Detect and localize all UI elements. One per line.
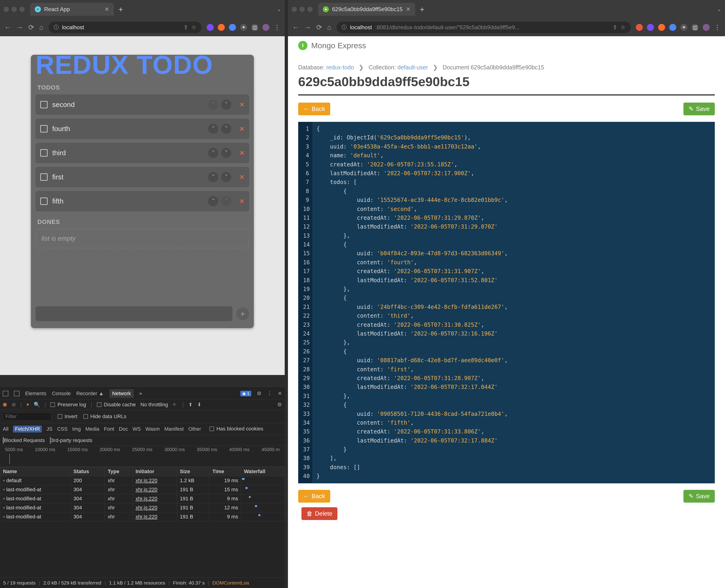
move-up-button[interactable]: ˄ <box>208 172 218 182</box>
move-up-button[interactable]: ˄ <box>208 100 218 110</box>
delete-todo-button[interactable]: ✕ <box>239 173 244 181</box>
col-status[interactable]: Status <box>71 467 105 476</box>
ext-icon-b[interactable] <box>647 24 654 31</box>
initiator-link[interactable]: xhr.js:220 <box>133 485 177 494</box>
traffic-min[interactable] <box>12 7 17 12</box>
filter-manifest[interactable]: Manifest <box>164 426 184 432</box>
inspect-icon[interactable] <box>3 391 8 396</box>
ext-icon-c[interactable] <box>658 24 665 31</box>
initiator-link[interactable]: xhr.js:220 <box>133 494 177 503</box>
filter-wasm[interactable]: Wasm <box>145 426 160 432</box>
filter-other[interactable]: Other <box>188 426 201 432</box>
nav-reload-icon[interactable]: ⟳ <box>28 23 34 31</box>
close-tab-icon[interactable]: ✕ <box>406 6 410 13</box>
star-icon[interactable]: ☆ <box>621 24 626 30</box>
profile-avatar[interactable] <box>703 24 710 31</box>
filter-css[interactable]: CSS <box>57 426 67 432</box>
network-settings-icon[interactable]: ⚙ <box>277 402 282 408</box>
move-down-button[interactable]: ˅ <box>221 172 231 182</box>
move-down-button[interactable]: ˅ <box>221 124 231 134</box>
menu-kebab-icon[interactable]: ⋮ <box>274 23 281 31</box>
col-waterfall[interactable]: Waterfall <box>241 467 285 476</box>
nav-fwd-icon[interactable]: → <box>304 23 311 31</box>
filter-toggle-icon[interactable]: ▾ <box>26 402 29 408</box>
nav-back-icon[interactable]: ← <box>292 23 299 31</box>
devtools-close-icon[interactable]: ✕ <box>278 391 282 397</box>
panel-icon[interactable]: ▥ <box>251 24 258 31</box>
panel-icon[interactable]: ▥ <box>691 24 699 31</box>
nav-home-icon[interactable]: ⌂ <box>327 23 331 31</box>
col-name[interactable]: Name <box>0 467 71 476</box>
disable-cache-checkbox[interactable] <box>97 402 101 407</box>
delete-button[interactable]: 🗑 Delete <box>301 507 338 520</box>
network-row[interactable]: ▫ last-modified-at304xhrxhr.js:220191 B1… <box>0 503 285 512</box>
delete-todo-button[interactable]: ✕ <box>239 149 244 157</box>
move-up-button[interactable]: ˄ <box>208 196 218 206</box>
filter-font[interactable]: Font <box>104 426 114 432</box>
site-info-icon[interactable]: ⓘ <box>342 24 347 31</box>
delete-todo-button[interactable]: ✕ <box>239 125 244 133</box>
network-row[interactable]: ▫ default200xhrxhr.js:2201.2 kB19 ms <box>0 476 285 485</box>
star-icon[interactable]: ☆ <box>192 24 197 30</box>
profile-avatar[interactable] <box>262 24 269 31</box>
traffic-max[interactable] <box>20 7 25 12</box>
todo-checkbox[interactable] <box>40 197 47 205</box>
search-icon[interactable]: 🔍 <box>34 402 40 408</box>
browser-tab-right[interactable]: ● 629c5a0bb9dda9ff5e90bc15 ✕ <box>318 3 415 16</box>
invert-checkbox[interactable] <box>58 414 62 419</box>
new-tab-button[interactable]: + <box>420 5 424 14</box>
close-tab-icon[interactable]: ✕ <box>104 6 109 13</box>
delete-todo-button[interactable]: ✕ <box>239 101 244 109</box>
col-initiator[interactable]: Initiator <box>133 467 177 476</box>
nav-reload-icon[interactable]: ⟳ <box>316 23 322 31</box>
ext-icon-a[interactable] <box>636 24 643 31</box>
devtools-more-icon[interactable]: ⋮ <box>267 391 272 397</box>
network-filter-input[interactable] <box>3 412 52 421</box>
tab-network[interactable]: Network <box>109 389 134 398</box>
clear-icon[interactable]: ⊘ <box>12 402 16 408</box>
filter-media[interactable]: Media <box>85 426 99 432</box>
tabs-more-icon[interactable]: » <box>139 391 142 397</box>
tabs-overflow-icon[interactable]: ⌄ <box>717 6 721 12</box>
devtools-settings-icon[interactable]: ⚙ <box>257 391 261 397</box>
col-time[interactable]: Time <box>209 467 241 476</box>
puzzle-icon[interactable]: ✦ <box>240 24 247 31</box>
share-icon[interactable]: ⇪ <box>612 24 617 30</box>
breadcrumb-col[interactable]: default-user <box>397 64 428 70</box>
network-timeline[interactable]: 5000 ms10000 ms15000 ms20000 ms25000 ms3… <box>0 446 285 467</box>
site-info-icon[interactable]: ⓘ <box>54 24 59 31</box>
move-up-button[interactable]: ˄ <box>208 124 218 134</box>
filter-all[interactable]: All <box>3 426 8 432</box>
ext-icon-3[interactable] <box>229 24 236 31</box>
ext-icon-2[interactable] <box>218 24 225 31</box>
tab-recorder[interactable]: Recorder ▲ <box>76 391 104 397</box>
back-button-bottom[interactable]: ← Back <box>298 490 330 503</box>
json-editor[interactable]: 1 2 3 4 5 6 7 8 9 10 11 12 13 14 15 16 1… <box>298 122 715 483</box>
move-up-button[interactable]: ˄ <box>208 148 218 158</box>
code-content[interactable]: { _id: ObjectId('629c5a0bb9dda9ff5e90bc1… <box>313 122 714 483</box>
hide-dataurls-checkbox[interactable] <box>83 414 88 419</box>
nav-home-icon[interactable]: ⌂ <box>39 23 43 31</box>
initiator-link[interactable]: xhr.js:220 <box>133 512 177 521</box>
new-tab-button[interactable]: + <box>118 5 123 14</box>
ext-icon-d[interactable] <box>669 24 676 31</box>
filter-doc[interactable]: Doc <box>119 426 128 432</box>
delete-todo-button[interactable]: ✕ <box>239 197 244 205</box>
nav-back-icon[interactable]: ← <box>4 23 11 31</box>
menu-kebab-icon[interactable]: ⋮ <box>714 23 721 31</box>
has-blocked-checkbox[interactable] <box>209 426 214 431</box>
network-row[interactable]: ▫ last-modified-at304xhrxhr.js:220191 B1… <box>0 485 285 494</box>
initiator-link[interactable]: xhr.js:220 <box>133 476 177 485</box>
traffic-max[interactable] <box>307 7 313 12</box>
filter-fetch-xhr[interactable]: Fetch/XHR <box>13 425 42 433</box>
download-icon[interactable]: ⬇ <box>197 402 201 408</box>
throttling-select[interactable]: No throttling <box>141 402 168 408</box>
save-button[interactable]: ✎ Save <box>683 103 715 115</box>
todo-checkbox[interactable] <box>40 173 47 181</box>
upload-icon[interactable]: ⬆ <box>188 402 193 408</box>
col-type[interactable]: Type <box>105 467 133 476</box>
traffic-min[interactable] <box>300 7 305 12</box>
ext-icon-1[interactable] <box>207 24 214 31</box>
record-icon[interactable] <box>3 403 7 407</box>
wifi-icon[interactable]: ᯤ <box>173 402 178 408</box>
